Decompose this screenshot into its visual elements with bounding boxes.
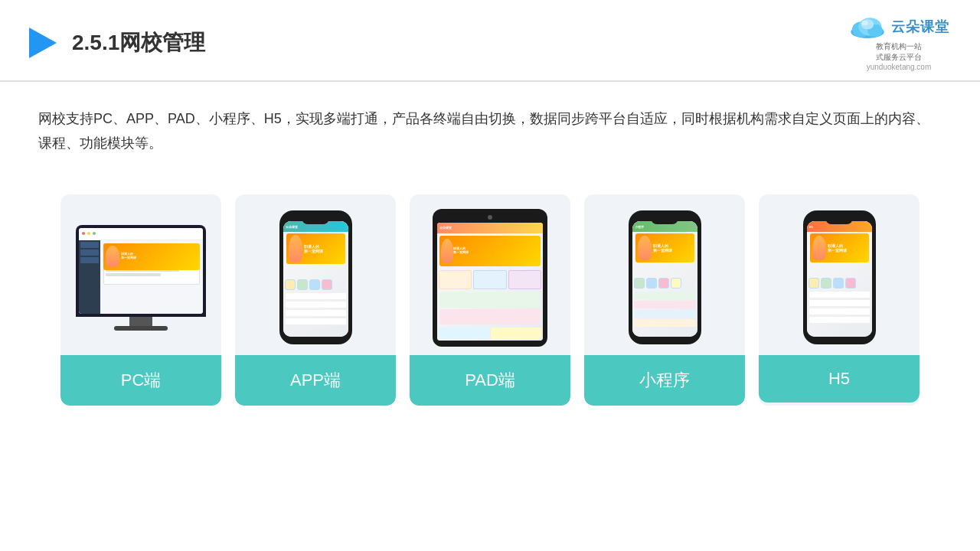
h5-list-4 (808, 316, 871, 324)
nav-dot-red (82, 232, 85, 235)
mini-phone-body: 小程序 职通人的 第一堂网课 (629, 210, 701, 344)
banner-char-2: 第一堂网课 (121, 256, 198, 260)
h5-icon-2 (821, 278, 831, 289)
app-icons-row (283, 278, 348, 292)
mini-icon-4 (671, 278, 681, 289)
app-card: 云朵课堂 职通人的 第一堂网课 (235, 194, 396, 406)
mini-banner-figure (638, 236, 652, 260)
logo-subtitle: 教育机构一站式服务云平台 (876, 41, 922, 63)
app-list-1 (285, 292, 347, 300)
mini-phone-notch (651, 218, 678, 224)
miniapp-card: 小程序 职通人的 第一堂网课 (584, 194, 745, 406)
h5-banner: 职通人的 第一堂网课 (810, 233, 869, 262)
h5-phone-notch (825, 218, 853, 224)
mini-header-text: 小程序 (635, 225, 644, 229)
cloud-icon (848, 14, 887, 40)
h5-list-1 (808, 291, 871, 298)
page-title: 2.5.1网校管理 (72, 28, 205, 57)
pad-course-1 (439, 270, 472, 289)
pad-header: 云朵课堂 (437, 223, 543, 233)
monitor-stand (129, 317, 152, 326)
page-header: 2.5.1网校管理 云朵课堂 教育机构一站式服务云平台 yunduoketang… (0, 0, 980, 82)
description-text: 网校支持PC、APP、PAD、小程序、H5，实现多端打通，产品各终端自由切换，数… (0, 82, 980, 156)
mini-block-1 (634, 292, 696, 299)
pad-image-area: 云朵课堂 职通人的 第一堂网课 (410, 194, 570, 355)
mini-icons-row (632, 276, 697, 290)
svg-marker-0 (29, 28, 57, 58)
tablet-screen: 云朵课堂 职通人的 第一堂网课 (437, 223, 543, 341)
miniapp-image-area: 小程序 职通人的 第一堂网课 (584, 194, 745, 355)
pad-banner-texts: 职通人的 第一堂网课 (453, 247, 539, 255)
pc-sidebar (79, 240, 100, 314)
app-list-4 (285, 318, 347, 325)
pc-image-area: 职通人的 第一堂网课 (60, 194, 221, 355)
pad-label: PAD端 (410, 355, 570, 406)
h5-list-2 (808, 299, 871, 307)
pad-course-2 (473, 270, 506, 289)
pad-bottom-1 (439, 328, 489, 339)
h5-icon-1 (808, 278, 819, 289)
h5-image-area: H5 职通人的 第一堂网课 (759, 194, 920, 355)
mini-screen-content: 小程序 职通人的 第一堂网课 (632, 221, 697, 337)
app-list-2 (285, 301, 347, 308)
mini-banner: 职通人的 第一堂网课 (635, 233, 694, 262)
pad-banner-figure (441, 239, 453, 263)
pad-bottom-row (437, 326, 543, 341)
logo-url: yunduoketang.com (867, 63, 932, 71)
pc-main: 职通人的 第一堂网课 (100, 240, 203, 314)
sidebar-item-3 (80, 257, 99, 263)
h5-screen-content: H5 职通人的 第一堂网课 (807, 221, 872, 337)
tablet-body: 云朵课堂 职通人的 第一堂网课 (433, 209, 547, 347)
pc-nav (79, 228, 203, 240)
h5-header-text: H5 (809, 225, 813, 229)
app-banner-line2: 第一堂网课 (304, 249, 343, 253)
mini-block-4 (634, 319, 696, 327)
h5-icons-row (807, 276, 872, 290)
pc-banner: 职通人的 第一堂网课 (103, 243, 200, 270)
mini-banner-l2: 第一堂网课 (653, 248, 692, 253)
sidebar-item-1 (80, 242, 99, 248)
h5-list-3 (808, 308, 871, 315)
app-icon-3 (309, 279, 320, 290)
app-icon-1 (285, 279, 296, 290)
miniapp-label: 小程序 (584, 355, 745, 406)
pc-label: PC端 (60, 355, 221, 406)
pad-course-row (437, 269, 543, 291)
h5-label: H5 (759, 355, 920, 403)
app-icon-4 (322, 279, 332, 290)
app-banner-text: 职通人的 第一堂网课 (304, 244, 343, 253)
logo-cloud: 云朵课堂 (848, 14, 949, 40)
app-image-area: 云朵课堂 职通人的 第一堂网课 (235, 194, 396, 355)
app-label: APP端 (235, 355, 396, 406)
pad-course-3 (508, 270, 541, 289)
pad-bottom-2 (491, 328, 541, 339)
h5-banner-texts: 职通人的 第一堂网课 (828, 243, 867, 253)
app-banner: 职通人的 第一堂网课 (286, 233, 345, 264)
h5-icon-3 (833, 278, 844, 289)
nav-dot-green (93, 232, 96, 235)
monitor-base (114, 326, 168, 331)
mini-block-2 (634, 301, 696, 308)
pad-header-text: 云朵课堂 (439, 226, 452, 230)
pad-banner: 职通人的 第一堂网课 (439, 236, 541, 266)
mini-banner-texts: 职通人的 第一堂网课 (653, 243, 692, 253)
app-phone-body: 云朵课堂 职通人的 第一堂网课 (279, 210, 352, 344)
pc-banner-figure (106, 246, 119, 267)
nav-dot-yellow (87, 232, 90, 235)
mini-icon-3 (658, 278, 669, 289)
pad-banner-l2: 第一堂网课 (453, 251, 539, 255)
mini-block-3 (634, 310, 696, 318)
pc-banner-text-area: 职通人的 第一堂网课 (121, 253, 198, 260)
pc-card: 职通人的 第一堂网课 (60, 194, 221, 406)
app-banner-figure (289, 235, 302, 262)
pad-screen-content: 云朵课堂 职通人的 第一堂网课 (437, 223, 543, 341)
svg-point-6 (862, 21, 868, 26)
h5-banner-l2: 第一堂网课 (828, 248, 867, 253)
content-line-3 (106, 273, 161, 276)
mini-icon-2 (646, 278, 657, 289)
tablet-camera (488, 215, 492, 220)
app-phone-screen: 云朵课堂 职通人的 第一堂网课 (283, 221, 348, 337)
mini-icon-1 (634, 278, 645, 289)
logo-area: 云朵课堂 教育机构一站式服务云平台 yunduoketang.com (848, 14, 949, 71)
cards-section: 职通人的 第一堂网课 (0, 164, 980, 406)
